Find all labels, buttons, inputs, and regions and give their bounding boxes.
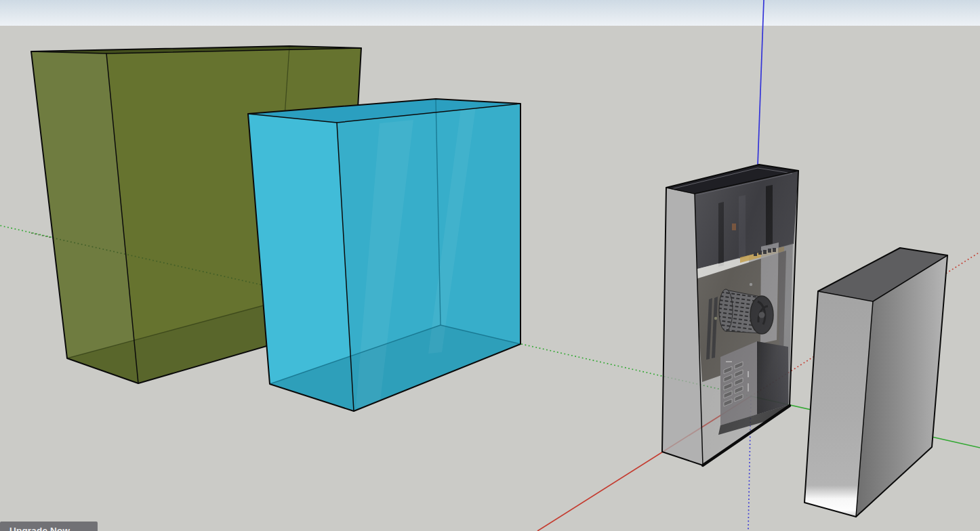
upgrade-now-button[interactable]: Upgrade Now — [0, 522, 98, 531]
viewport[interactable]: Upgrade Now — [0, 0, 980, 531]
viewport-canvas[interactable] — [0, 0, 980, 531]
sky-horizon — [0, 0, 980, 26]
